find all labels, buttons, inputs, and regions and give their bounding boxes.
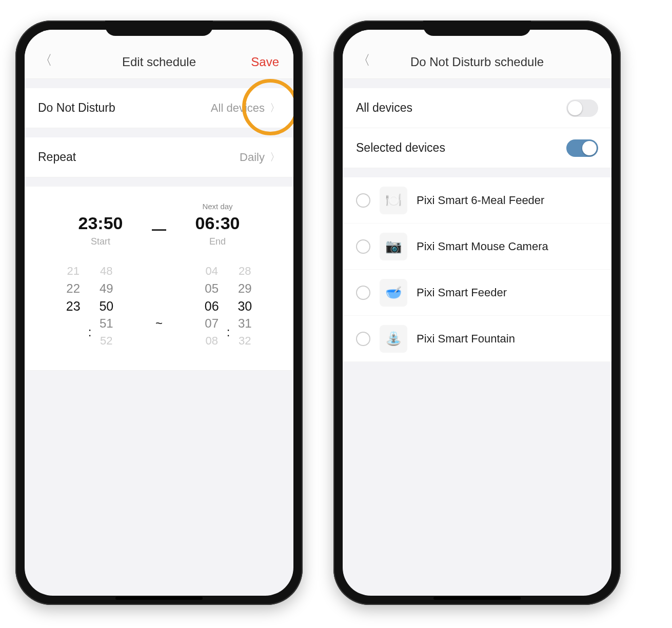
dnd-label: Do Not Disturb	[38, 101, 115, 115]
device-name: Pixi Smart Feeder	[417, 286, 507, 299]
selected-devices-row[interactable]: Selected devices	[343, 128, 611, 168]
header: 〈 Do Not Disturb schedule	[343, 30, 611, 79]
chevron-right-icon: 〉	[270, 101, 280, 115]
device-name: Pixi Smart Mouse Camera	[417, 240, 548, 253]
start-time: 23:50	[65, 213, 136, 233]
end-min-wheel[interactable]: 28 29 30 31 32	[232, 262, 258, 350]
all-devices-label: All devices	[356, 101, 412, 115]
device-icon: 🥣	[380, 279, 407, 307]
selected-devices-toggle[interactable]	[566, 139, 598, 157]
repeat-value-text: Daily	[240, 151, 265, 164]
device-icon: 🍽️	[380, 187, 407, 214]
start-picker[interactable]: 21 22 23 : 48 49 50 51 52	[38, 262, 141, 350]
chevron-right-icon: 〉	[270, 150, 280, 164]
time-block: 23:50 Start — Next day 06:30 End 21 22 2…	[25, 187, 293, 371]
device-icon: ⛲	[380, 325, 407, 353]
time-summary: 23:50 Start — Next day 06:30 End	[25, 202, 293, 247]
end-time-col: Next day 06:30 End	[182, 202, 253, 247]
header: 〈 Edit schedule Save	[25, 30, 293, 79]
screen-edit-schedule: 〈 Edit schedule Save Do Not Disturb All …	[25, 30, 293, 596]
start-hour-wheel[interactable]: 21 22 23	[61, 262, 86, 350]
back-button[interactable]: 〈	[357, 51, 370, 69]
repeat-row[interactable]: Repeat Daily 〉	[25, 137, 293, 177]
device-row[interactable]: 🥣 Pixi Smart Feeder	[343, 270, 611, 316]
radio-unchecked[interactable]	[356, 239, 370, 254]
dnd-value: All devices 〉	[211, 101, 280, 115]
dnd-row[interactable]: Do Not Disturb All devices 〉	[25, 88, 293, 128]
device-row[interactable]: 🍽️ Pixi Smart 6-Meal Feeder	[343, 177, 611, 224]
selected-devices-label: Selected devices	[356, 141, 445, 155]
end-time: 06:30	[182, 213, 253, 233]
end-picker[interactable]: 04 05 06 07 08 : 28 29 30 31 32	[177, 262, 280, 350]
radio-unchecked[interactable]	[356, 332, 370, 346]
next-day-label: Next day	[182, 202, 253, 211]
notch	[423, 21, 531, 36]
radio-unchecked[interactable]	[356, 193, 370, 208]
save-button[interactable]: Save	[251, 55, 279, 69]
device-row[interactable]: 📷 Pixi Smart Mouse Camera	[343, 224, 611, 270]
repeat-label: Repeat	[38, 150, 76, 164]
repeat-value: Daily 〉	[240, 150, 280, 164]
dash-separator: —	[152, 221, 166, 237]
chevron-left-icon: 〈	[39, 52, 52, 68]
home-indicator[interactable]	[115, 597, 203, 600]
all-devices-row[interactable]: All devices	[343, 88, 611, 128]
colon: :	[227, 289, 230, 323]
device-name: Pixi Smart Fountain	[417, 332, 515, 346]
chevron-left-icon: 〈	[357, 52, 370, 68]
notch	[105, 21, 213, 36]
start-time-col: 23:50 Start	[65, 202, 136, 247]
dnd-value-text: All devices	[211, 102, 265, 115]
back-button[interactable]: 〈	[39, 51, 52, 69]
end-hour-wheel[interactable]: 04 05 06 07 08	[199, 262, 225, 350]
page-title: Do Not Disturb schedule	[343, 55, 611, 69]
tilde-separator: ~	[151, 281, 167, 331]
all-devices-toggle[interactable]	[566, 99, 598, 117]
end-label: End	[182, 236, 253, 247]
colon: :	[88, 289, 92, 323]
start-min-wheel[interactable]: 48 49 50 51 52	[93, 262, 119, 350]
screen-dnd-schedule: 〈 Do Not Disturb schedule All devices Se…	[343, 30, 611, 596]
home-indicator[interactable]	[433, 597, 521, 600]
phone-right: 〈 Do Not Disturb schedule All devices Se…	[333, 21, 621, 605]
phone-left: 〈 Edit schedule Save Do Not Disturb All …	[15, 21, 303, 605]
device-name: Pixi Smart 6-Meal Feeder	[417, 194, 544, 207]
device-icon: 📷	[380, 233, 407, 260]
time-picker[interactable]: 21 22 23 : 48 49 50 51 52 ~	[25, 262, 293, 350]
start-label: Start	[65, 236, 136, 247]
radio-unchecked[interactable]	[356, 286, 370, 300]
device-row[interactable]: ⛲ Pixi Smart Fountain	[343, 316, 611, 362]
